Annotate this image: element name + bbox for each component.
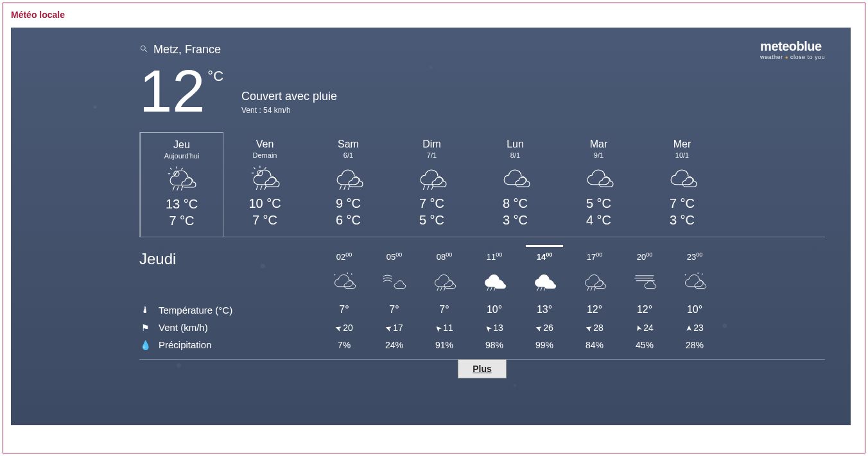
forecast-days-row: Jeu Aujourd'hui 13 °C 7 °C Ven Demain 10… xyxy=(139,132,825,237)
brand-logo[interactable]: meteoblue weather●close to you xyxy=(760,39,825,60)
forecast-day[interactable]: Sam 6/1 9 °C 6 °C xyxy=(307,132,390,237)
forecast-day[interactable]: Dim 7/1 7 °C 5 °C xyxy=(390,132,474,237)
svg-point-42 xyxy=(685,274,686,275)
more-button[interactable]: Plus xyxy=(458,359,507,378)
hour-precip: 98% xyxy=(469,340,519,350)
day-high: 7 °C xyxy=(641,195,724,212)
day-sub: Aujourd'hui xyxy=(141,152,223,160)
row-label-wind: ⚑Vent (km/h) xyxy=(139,322,319,333)
hour-weather-icon xyxy=(569,268,620,298)
svg-line-28 xyxy=(440,288,442,291)
hour-column-header[interactable]: 0800 xyxy=(419,249,469,262)
day-low: 3 °C xyxy=(641,212,724,228)
forecast-day[interactable]: Ven Demain 10 °C 7 °C xyxy=(223,132,307,237)
wind-direction-icon: ➤ xyxy=(334,323,343,334)
svg-line-9 xyxy=(181,186,182,190)
location-name: Metz, France xyxy=(153,43,221,56)
forecast-day[interactable]: Mar 9/1 5 °C 4 °C xyxy=(557,132,641,237)
hour-column-header[interactable]: 2000 xyxy=(620,249,670,262)
wind-direction-icon: ➤ xyxy=(384,323,393,334)
wind-direction-icon: ➤ xyxy=(433,323,444,334)
hour-column-header[interactable]: 2300 xyxy=(670,249,720,262)
hour-precip: 84% xyxy=(569,340,620,350)
day-low: 7 °C xyxy=(223,212,306,228)
hour-weather-icon xyxy=(419,268,469,298)
widget-title: Météo locale xyxy=(11,10,857,20)
hour-column-header[interactable]: 0500 xyxy=(369,249,419,262)
day-name: Sam xyxy=(307,139,390,150)
weather-icon xyxy=(141,164,223,194)
day-name: Mar xyxy=(557,139,640,150)
wind-direction-icon: ➤ xyxy=(483,323,494,334)
hour-column-header[interactable]: 0200 xyxy=(319,249,369,262)
brand-tagline: weather●close to you xyxy=(760,54,825,60)
hour-wind: ➤24 xyxy=(620,323,670,333)
forecast-day[interactable]: Lun 8/1 8 °C 3 °C xyxy=(474,132,557,237)
hour-precip: 28% xyxy=(670,340,720,350)
hour-column-header[interactable]: 1400 xyxy=(519,249,569,262)
location-row[interactable]: Metz, France xyxy=(139,43,825,56)
day-low: 3 °C xyxy=(474,212,557,228)
droplet-icon: 💧 xyxy=(139,340,151,350)
svg-line-13 xyxy=(254,167,255,169)
day-name: Jeu xyxy=(141,139,223,151)
svg-line-1 xyxy=(145,50,148,53)
hour-temp: 7° xyxy=(319,304,369,316)
hour-wind: ➤11 xyxy=(419,323,469,333)
day-low: 7 °C xyxy=(141,212,223,229)
svg-line-22 xyxy=(427,185,428,190)
day-high: 13 °C xyxy=(141,196,223,212)
day-high: 5 °C xyxy=(557,195,640,212)
day-high: 10 °C xyxy=(223,195,306,212)
weather-icon xyxy=(641,163,724,194)
day-low: 4 °C xyxy=(557,212,640,228)
svg-line-19 xyxy=(343,185,345,190)
day-high: 9 °C xyxy=(307,195,390,212)
hour-temp: 7° xyxy=(419,304,469,316)
svg-point-24 xyxy=(334,274,335,275)
brand-name: meteoblue xyxy=(760,39,825,54)
svg-line-20 xyxy=(348,185,349,190)
hour-wind: ➤23 xyxy=(670,323,720,333)
hour-weather-icon xyxy=(369,268,419,298)
svg-line-18 xyxy=(340,185,341,190)
hour-column-header[interactable]: 1700 xyxy=(569,249,620,262)
day-sub: 6/1 xyxy=(307,151,390,159)
svg-point-25 xyxy=(351,274,352,274)
hour-temp: 13° xyxy=(519,304,569,316)
current-conditions: 12 °C Couvert avec pluie Vent : 54 km/h xyxy=(139,62,825,121)
current-wind: Vent : 54 km/h xyxy=(241,106,337,115)
weather-icon xyxy=(223,163,306,194)
hour-precip: 91% xyxy=(419,340,469,350)
svg-line-30 xyxy=(487,288,489,291)
hour-weather-icon xyxy=(469,268,519,298)
svg-line-15 xyxy=(256,185,257,190)
hour-weather-icon xyxy=(319,268,369,298)
wind-direction-icon: ➤ xyxy=(584,323,593,334)
weather-card: meteoblue weather●close to you Metz, Fra… xyxy=(11,28,851,425)
forecast-day[interactable]: Mer 10/1 7 °C 3 °C xyxy=(641,132,724,237)
hour-wind: ➤28 xyxy=(569,323,620,333)
svg-line-7 xyxy=(173,186,174,190)
svg-line-8 xyxy=(177,186,178,190)
svg-line-34 xyxy=(541,288,542,291)
wind-direction-icon: ➤ xyxy=(684,325,693,332)
day-name: Mer xyxy=(641,139,724,150)
svg-line-23 xyxy=(431,185,433,190)
current-description: Couvert avec pluie xyxy=(241,90,337,103)
svg-line-14 xyxy=(265,167,266,169)
hour-column-header[interactable]: 1100 xyxy=(469,249,519,262)
day-low: 6 °C xyxy=(307,212,390,228)
svg-line-6 xyxy=(181,168,182,169)
forecast-day[interactable]: Jeu Aujourd'hui 13 °C 7 °C xyxy=(140,132,223,237)
hour-weather-icon xyxy=(620,268,670,298)
hour-temp: 7° xyxy=(369,304,419,316)
hour-temp: 12° xyxy=(620,304,670,316)
current-temperature: 12 °C xyxy=(139,62,223,121)
day-name: Lun xyxy=(474,139,557,150)
widget-frame: Météo locale meteoblue weather●close to … xyxy=(3,3,865,453)
svg-point-44 xyxy=(698,273,699,274)
day-sub: 7/1 xyxy=(390,151,473,159)
hour-weather-icon xyxy=(519,268,569,298)
svg-line-5 xyxy=(170,168,171,169)
